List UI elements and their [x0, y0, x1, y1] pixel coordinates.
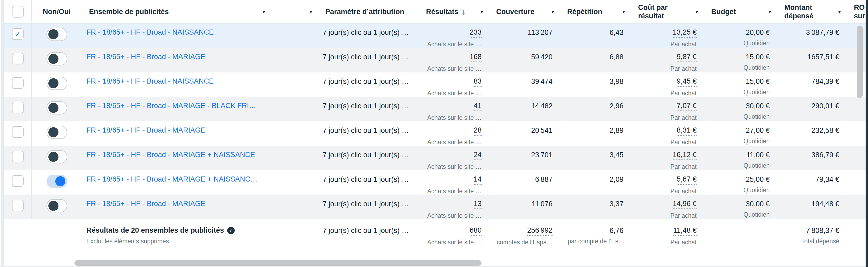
attribution-cell: 7 jour(s) clic ou 1 jour(s) …: [318, 195, 419, 219]
horizontal-scrollbar-thumb[interactable]: [74, 260, 482, 266]
activation-toggle[interactable]: [46, 175, 67, 188]
results-value[interactable]: 14: [474, 175, 482, 185]
table-header-row: Non/Oui Ensemble de publicités ▾ ▾ Param…: [4, 0, 868, 23]
row-checkbox[interactable]: [12, 126, 24, 138]
adset-name-cell: FR - 18/65+ - HF - Broad - MARIAGE + NAI…: [82, 146, 271, 170]
row-checkbox[interactable]: [12, 199, 24, 211]
row-toggle-cell: [32, 170, 82, 194]
info-icon[interactable]: i: [227, 227, 235, 234]
adset-name-link[interactable]: FR - 18/65+ - HF - Broad - MARIAGE + NAI…: [86, 175, 257, 183]
adset-name-link[interactable]: FR - 18/65+ - HF - Broad - NAISSANCE: [86, 77, 214, 85]
activation-toggle[interactable]: [46, 77, 67, 90]
table-row: FR - 18/65+ - HF - Broad - MARIAGE + NAI…: [4, 146, 868, 170]
select-all-checkbox[interactable]: [12, 6, 24, 18]
col-header-collapsed[interactable]: ▾: [271, 0, 318, 23]
attribution-value: 7 jour(s) clic ou 1 jour(s) …: [323, 102, 409, 110]
adset-name-cell: FR - 18/65+ - HF - Broad - MARIAGE: [82, 195, 271, 219]
results-value[interactable]: 24: [474, 151, 482, 160]
results-value[interactable]: 41: [474, 102, 482, 111]
col-header-label: Résultats: [426, 7, 459, 16]
caret-down-icon[interactable]: ▾: [548, 8, 554, 15]
cost-per-result-value[interactable]: 16,12 €: [673, 151, 696, 160]
col-header-amount-spent[interactable]: Montantdépensé ▾: [777, 0, 847, 23]
adset-name-link[interactable]: FR - 18/65+ - HF - Broad - NAISSANCE: [86, 28, 214, 36]
cost-per-result-value[interactable]: 5,67 €: [677, 175, 696, 185]
frequency-value: 2,09: [610, 176, 623, 183]
row-checkbox[interactable]: [12, 28, 24, 40]
row-toggle-cell: [32, 23, 82, 48]
coverage-cell: 113 207: [489, 23, 560, 48]
cost-per-result-value[interactable]: 9,45 €: [677, 77, 696, 87]
caret-down-icon[interactable]: ▾: [259, 8, 265, 15]
results-value[interactable]: 168: [470, 53, 482, 62]
caret-down-icon[interactable]: ▾: [765, 8, 771, 15]
budget-type-label: Quotidien: [712, 211, 770, 218]
coverage-value: 14 482: [531, 102, 553, 110]
frequency-value: 3,98: [610, 77, 623, 85]
amount-spent-value: 194,48 €: [811, 200, 839, 208]
caret-down-icon[interactable]: ▾: [692, 8, 698, 15]
table-row: FR - 18/65+ - HF - Broad - NAISSANCE 7 j…: [4, 23, 868, 48]
summary-results-value[interactable]: 680: [470, 226, 482, 236]
adset-name-link[interactable]: FR - 18/65+ - HF - Broad - MARIAGE: [86, 126, 206, 134]
col-header-frequency[interactable]: Répétition ▾: [560, 0, 631, 23]
attribution-cell: 7 jour(s) clic ou 1 jour(s) …: [318, 146, 419, 170]
cost-per-result-value[interactable]: 7,07 €: [677, 102, 696, 111]
col-header-adset-name[interactable]: Ensemble de publicités ▾: [82, 0, 271, 23]
caret-down-icon[interactable]: ▾: [619, 8, 625, 15]
activation-toggle[interactable]: [46, 101, 67, 114]
results-cell: 233 Achats sur le site …: [419, 23, 489, 48]
col-header-budget[interactable]: Budget ▾: [704, 0, 777, 23]
row-checkbox[interactable]: [12, 102, 24, 113]
results-value[interactable]: 28: [474, 126, 482, 136]
adset-name-link[interactable]: FR - 18/65+ - HF - Broad - MARIAGE: [86, 53, 206, 61]
adset-name-link[interactable]: FR - 18/65+ - HF - Broad - MARIAGE - BLA…: [86, 102, 256, 110]
budget-cell: 27,00 € Quotidien: [704, 122, 777, 145]
col-header-roas[interactable]: ROsur: [847, 0, 868, 23]
activation-toggle[interactable]: [46, 28, 67, 41]
frequency-cell: 6,88: [560, 48, 631, 72]
summary-frequency-label: par compte de l’Es…: [568, 237, 623, 245]
row-select-cell: [4, 170, 32, 194]
row-toggle-cell: [32, 73, 82, 97]
row-checkbox[interactable]: [12, 53, 24, 64]
cost-per-result-value[interactable]: 9,87 €: [677, 53, 696, 62]
budget-type-label: Quotidien: [712, 137, 770, 145]
row-checkbox[interactable]: [12, 151, 24, 162]
summary-cost-value[interactable]: 11,48 €: [673, 226, 696, 236]
caret-down-icon[interactable]: ▾: [306, 8, 312, 15]
col-header-attribution[interactable]: Paramètre d’attribution: [318, 0, 419, 23]
col-header-results[interactable]: Résultats ↓ ▾: [419, 0, 489, 23]
vertical-scrollbar-thumb[interactable]: [857, 26, 863, 98]
results-value[interactable]: 13: [474, 199, 482, 209]
adset-name-link[interactable]: FR - 18/65+ - HF - Broad - MARIAGE: [86, 199, 206, 208]
frequency-value: 2,89: [610, 127, 623, 134]
left-gutter: [1, 0, 4, 267]
caret-down-icon[interactable]: ▾: [835, 8, 841, 15]
cost-per-result-value[interactable]: 13,25 €: [673, 28, 696, 38]
table-row: FR - 18/65+ - HF - Broad - MARIAGE 7 jou…: [4, 195, 868, 219]
summary-coverage-value[interactable]: 256 992: [527, 226, 553, 236]
activation-toggle[interactable]: [46, 126, 67, 139]
adset-name-link[interactable]: FR - 18/65+ - HF - Broad - MARIAGE + NAI…: [86, 151, 255, 159]
results-value[interactable]: 233: [470, 28, 482, 38]
cost-per-result-value[interactable]: 8,31 €: [677, 126, 696, 136]
results-cell: 168 Achats sur le site …: [419, 48, 489, 72]
collapsed-cell: [271, 170, 318, 194]
results-cell: 24 Achats sur le site …: [419, 146, 489, 170]
row-checkbox[interactable]: [12, 175, 24, 187]
summary-title: Résultats de 20 ensembles de publicités: [86, 226, 224, 235]
activation-toggle[interactable]: [46, 150, 67, 163]
activation-toggle[interactable]: [46, 199, 67, 212]
row-select-cell: [4, 122, 32, 145]
activation-toggle[interactable]: [46, 52, 67, 65]
row-checkbox[interactable]: [12, 77, 24, 89]
cost-per-result-cell: 9,45 € Par achat: [631, 73, 704, 97]
col-header-cost-per-result[interactable]: Coût parrésultat ▾: [631, 0, 704, 23]
results-value[interactable]: 83: [474, 77, 482, 87]
cost-per-result-value[interactable]: 14,96 €: [673, 199, 696, 209]
coverage-cell: 39 474: [489, 73, 560, 97]
caret-down-icon[interactable]: ▾: [477, 8, 483, 15]
adset-name-cell: FR - 18/65+ - HF - Broad - MARIAGE + NAI…: [82, 170, 271, 194]
col-header-coverage[interactable]: Couverture ▾: [489, 0, 560, 23]
